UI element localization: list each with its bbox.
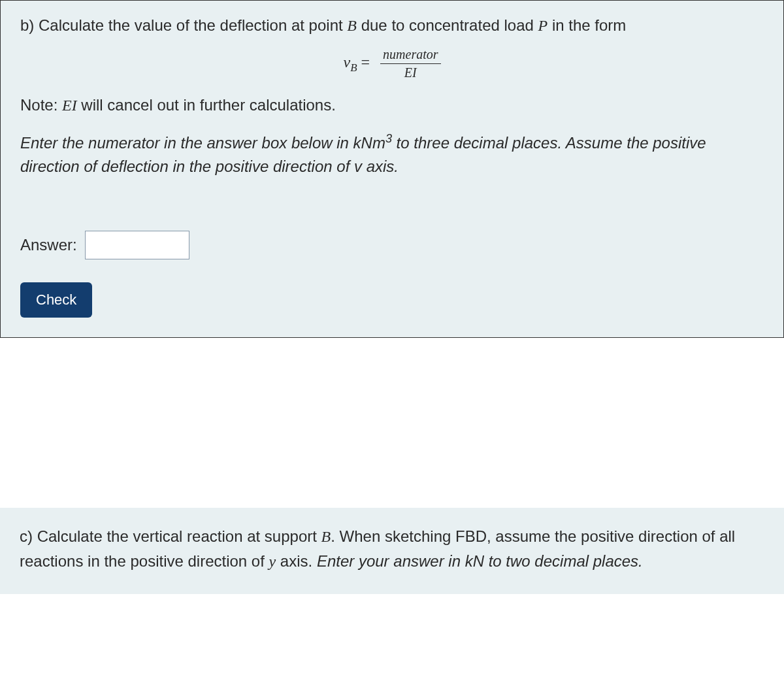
part-c-label: c) — [20, 527, 33, 545]
eq-fraction: numerator EI — [380, 47, 440, 80]
question-b-mid: due to concentrated load — [357, 16, 538, 34]
answer-row: Answer: — [20, 231, 764, 259]
note-var: EI — [62, 97, 77, 114]
question-b-prefix: Calculate the value of the deflection at… — [39, 16, 347, 34]
eq-numerator: numerator — [380, 47, 440, 64]
c-text-prefix: Calculate the vertical reaction at suppo… — [33, 527, 321, 545]
eq-denominator: EI — [380, 64, 440, 80]
answer-input[interactable] — [85, 231, 189, 259]
section-c: c) Calculate the vertical reaction at su… — [0, 508, 784, 594]
question-b-suffix: in the form — [547, 16, 626, 34]
gap-section — [0, 338, 784, 508]
instruction-prefix: Enter the numerator in the answer box be… — [20, 134, 385, 152]
note-prefix: Note: — [20, 96, 62, 114]
eq-lhs-sub: B — [350, 61, 357, 74]
eq-equals: = — [361, 54, 374, 71]
question-c-text: c) Calculate the vertical reaction at su… — [20, 524, 764, 574]
part-b-label: b) — [20, 16, 34, 34]
instruction-exp: 3 — [385, 132, 392, 145]
c-text-mid2: axis. — [276, 552, 317, 570]
note-suffix: will cancel out in further calculations. — [77, 96, 336, 114]
check-button[interactable]: Check — [20, 282, 92, 318]
eq-lhs-var: v — [343, 54, 350, 71]
point-b-name: B — [347, 17, 357, 34]
equation: vB = numerator EI — [20, 47, 764, 80]
c-italic-text: Enter your answer in kN to two decimal p… — [317, 552, 643, 570]
note-text: Note: EI will cancel out in further calc… — [20, 93, 764, 117]
load-name: P — [538, 17, 548, 34]
instruction-text: Enter the numerator in the answer box be… — [20, 130, 764, 178]
support-name: B — [321, 528, 331, 545]
question-b-text: b) Calculate the value of the deflection… — [20, 14, 764, 37]
section-b: b) Calculate the value of the deflection… — [0, 0, 784, 338]
axis-name: y — [269, 553, 276, 570]
answer-label: Answer: — [20, 236, 77, 254]
